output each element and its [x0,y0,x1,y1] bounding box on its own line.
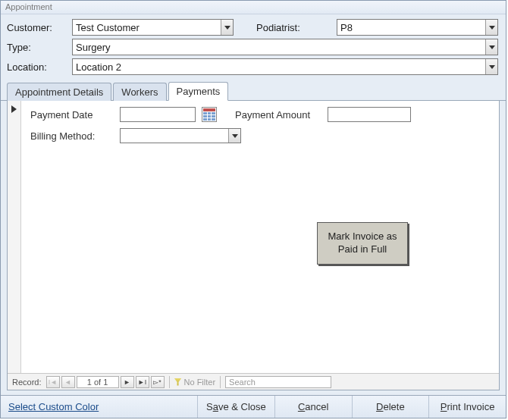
billing-method-combo[interactable] [120,128,241,143]
mark-paid-button[interactable]: Mark Invoice as Paid in Full [317,222,408,265]
customer-label: Customer: [7,22,67,33]
cancel-button[interactable]: Cancel [275,396,353,418]
search-input[interactable]: Search [225,376,331,388]
customer-combo[interactable]: Test Customer [72,19,234,36]
record-position[interactable]: 1 of 1 [77,376,119,388]
podiatrist-value: P8 [340,22,353,33]
nav-new-button[interactable]: ▻* [151,376,165,388]
nav-prev-button[interactable]: ◄ [61,376,75,388]
header-form: Customer: Test Customer Podiatrist: P8 T… [1,14,506,81]
payment-date-input[interactable] [120,107,196,122]
tab-bar: Appointment Details Workers Payments [1,81,506,101]
nav-first-button[interactable]: I◄ [46,376,60,388]
nav-last-button[interactable]: ►I [136,376,149,388]
payment-date-label: Payment Date [30,109,114,121]
podiatrist-combo[interactable]: P8 [337,19,498,36]
customer-value: Test Customer [76,22,140,33]
appointment-window: Appointment Customer: Test Customer Podi… [0,0,506,418]
chevron-down-icon[interactable] [228,129,240,143]
location-combo[interactable]: Location 2 [72,58,498,75]
tab-payments[interactable]: Payments [168,82,229,101]
footer-bar: Select Custom Color Save & Close Cancel … [1,395,506,418]
chevron-down-icon[interactable] [221,20,233,35]
calendar-icon[interactable] [202,107,217,122]
payment-amount-input[interactable] [328,107,411,122]
chevron-down-icon[interactable] [485,39,497,55]
record-navigator: Record: I◄ ◄ 1 of 1 ► ►I ▻* No Filter Se… [8,373,499,390]
chevron-down-icon[interactable] [485,59,497,74]
type-combo[interactable]: Surgery [72,39,498,55]
current-record-icon [11,105,17,113]
recnav-label: Record: [9,378,45,387]
print-invoice-button[interactable]: Print Invoice [429,396,506,418]
type-value: Surgery [76,42,111,53]
tab-workers[interactable]: Workers [113,83,166,101]
funnel-icon [174,378,182,386]
chevron-down-icon[interactable] [485,20,497,35]
save-close-button[interactable]: Save & Close [198,396,275,418]
billing-method-label: Billing Method: [30,130,114,142]
window-title: Appointment [1,1,506,14]
tab-appointment-details[interactable]: Appointment Details [7,83,111,101]
record-selector[interactable] [8,101,21,373]
select-custom-color-button[interactable]: Select Custom Color [1,396,198,418]
payment-amount-label: Payment Amount [223,109,321,121]
delete-button[interactable]: Delete [353,396,430,418]
podiatrist-label: Podiatrist: [256,22,332,33]
payments-subform: Payment Date Payment Amount Billing Meth… [8,101,499,373]
location-value: Location 2 [76,61,121,73]
tab-content-payments: Payment Date Payment Amount Billing Meth… [7,101,500,390]
location-label: Location: [7,61,67,73]
nav-next-button[interactable]: ► [121,376,134,388]
type-label: Type: [7,42,67,53]
filter-status[interactable]: No Filter [174,378,216,387]
